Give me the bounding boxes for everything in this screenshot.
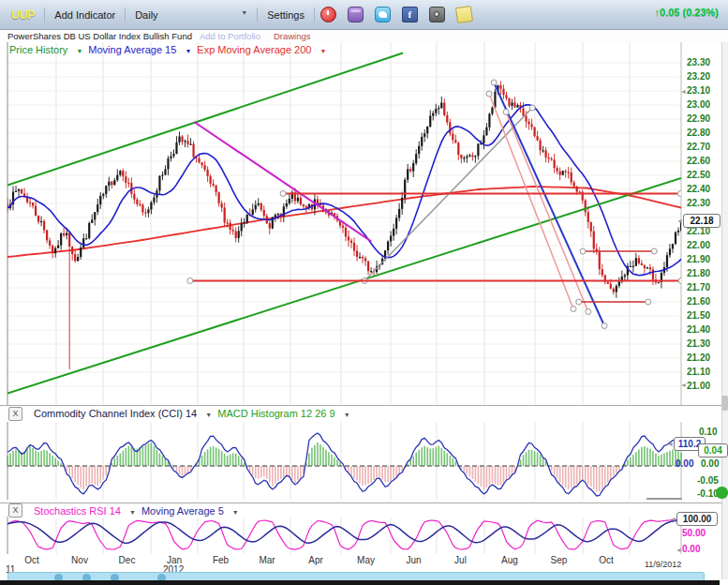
price-tick-label: 21.40 (687, 324, 724, 336)
price-tick-label: 22.30 (687, 198, 724, 209)
magenta-downtrend-line[interactable] (194, 122, 371, 242)
month-label: Feb (205, 555, 237, 565)
alarm-clock-icon[interactable] (320, 7, 336, 22)
price-tick-label: 21.80 (687, 268, 724, 279)
month-label: Oct (16, 555, 48, 565)
drawing-endpoint-handle[interactable] (576, 299, 582, 305)
chevron-down-icon: ▼ (232, 509, 239, 516)
chevron-down-icon: ▼ (76, 48, 82, 54)
symbol-info-bar: PowerShares DB US Dollar Index Bullish F… (0, 30, 728, 42)
chevron-down-icon: ▼ (129, 509, 136, 516)
price-tick-label: 21.90 (687, 254, 724, 265)
cci-tick-label: 0.00 (676, 458, 698, 470)
top-toolbar: UUP Add Indicator Daily ▼ Settings f ↑0.… (0, 0, 728, 30)
month-label: Oct (590, 555, 622, 565)
price-tick-label: 21.10 (687, 367, 724, 378)
price-history-dropdown[interactable]: Price History ▼ (9, 44, 82, 55)
price-tick-label: 21.20 (687, 352, 724, 364)
twitter-icon[interactable] (375, 7, 391, 22)
macd-current-badge (716, 487, 728, 499)
drawing-endpoint-handle[interactable] (571, 307, 576, 312)
coins-icon[interactable] (348, 7, 364, 22)
price-tick-label: 23.30 (687, 57, 724, 68)
channel-lower-line[interactable] (7, 178, 681, 394)
chevron-down-icon: ▼ (241, 9, 247, 21)
drawing-endpoint-handle[interactable] (646, 299, 651, 305)
close-panel-button[interactable]: X (8, 407, 22, 421)
charting-app-window: UUP Add Indicator Daily ▼ Settings f ↑0.… (0, 0, 728, 585)
cci-dropdown[interactable]: Commodity Channel Index (CCI) 14 ▼ (34, 408, 212, 419)
price-tick-label: 22.90 (687, 113, 724, 125)
drawing-endpoint-handle[interactable] (280, 191, 286, 197)
price-tick-label: 22.70 (687, 142, 724, 153)
last-date-label: 11/9/2012 (645, 560, 681, 569)
chevron-down-icon: ▼ (205, 412, 212, 418)
notes-icon[interactable] (455, 6, 473, 23)
month-label: Mar (251, 555, 283, 565)
macd-dropdown[interactable]: MACD Histogram 12 26 9 ▼ (217, 408, 349, 419)
price-chart-legend: Price History ▼ Moving Average 15 ▼ Exp … (9, 44, 326, 55)
price-tick-label: 22.40 (687, 184, 724, 195)
month-label: Jul (445, 555, 477, 565)
drawing-endpoint-handle[interactable] (503, 110, 509, 115)
drawings-link[interactable]: Drawings (260, 31, 311, 41)
price-tick-label: 21.60 (687, 296, 724, 308)
camera-icon[interactable] (429, 7, 445, 22)
last-price-badge: 22.18 (683, 214, 721, 228)
chevron-down-icon: ▼ (320, 48, 327, 54)
facebook-icon[interactable]: f (402, 7, 418, 22)
month-label: Nov (64, 555, 96, 565)
cci-line (7, 433, 681, 496)
add-indicator-button[interactable]: Add Indicator (45, 9, 125, 21)
drawing-endpoint-handle[interactable] (651, 248, 657, 254)
price-tick-label: 22.50 (687, 170, 724, 181)
symbol-ticker[interactable]: UUP (0, 8, 44, 22)
axis-pointer-icon: ◄ (680, 382, 687, 388)
stoch-rsi-line (7, 519, 681, 550)
axis-pointer-icon: ◄ (667, 441, 674, 447)
drawing-endpoint-handle[interactable] (602, 323, 607, 329)
stoch-value-badge: 100.00 (676, 512, 718, 526)
price-tick-label: 23.00 (687, 99, 724, 111)
drawing-endpoint-handle[interactable] (491, 80, 497, 85)
moving-average-dropdown[interactable]: Moving Average 15 ▼ (88, 44, 191, 55)
interval-dropdown[interactable]: Daily ▼ (126, 9, 257, 21)
month-label: Dec (111, 555, 143, 565)
axis-pointer-icon: ◄ (680, 88, 687, 95)
price-tick-label: 21.50 (687, 310, 724, 322)
close-panel-button[interactable]: X (8, 503, 22, 518)
month-label: Jun (398, 555, 430, 565)
drawing-endpoint-handle[interactable] (529, 105, 535, 111)
ma5-dropdown[interactable]: Moving Average 5 ▼ (141, 505, 239, 517)
drawing-endpoint-handle[interactable] (678, 278, 684, 284)
price-tick-label: 22.00 (687, 240, 724, 251)
vertical-scrollbar[interactable] (721, 42, 728, 579)
drawing-endpoint-handle[interactable] (677, 191, 683, 197)
price-tick-label: 21.70 (687, 282, 724, 293)
price-tick-label: 22.60 (687, 156, 724, 167)
exp-moving-average-dropdown[interactable]: Exp Moving Average 200 ▼ (197, 44, 326, 55)
month-label: Apr (300, 555, 332, 565)
drawing-endpoint-handle[interactable] (586, 309, 591, 315)
drawing-endpoint-handle[interactable] (580, 248, 586, 254)
price-chart (0, 42, 728, 405)
vertical-scrollbar-thumb[interactable] (721, 396, 728, 411)
add-to-portfolio-link[interactable]: Add to Portfolio (192, 31, 260, 41)
axis-pointer-icon: ◄ (676, 547, 682, 553)
price-tick-label: 23.10 (687, 85, 724, 97)
drawing-endpoint-handle[interactable] (486, 91, 492, 97)
fund-name-label: PowerShares DB US Dollar Index Bullish F… (0, 31, 192, 41)
stochastics-header: X Stochastics RSI 14 ▼ Moving Average 5 … (7, 503, 681, 518)
drawing-endpoint-handle[interactable] (187, 278, 193, 284)
bottom-bar (0, 580, 720, 585)
stoch-tick-label: 0.00 (682, 544, 720, 555)
settings-button[interactable]: Settings (258, 9, 314, 21)
stoch-rsi-dropdown[interactable]: Stochastics RSI 14 ▼ (34, 505, 136, 517)
stoch-tick-label: 50.00 (682, 528, 720, 539)
interval-value: Daily (135, 9, 157, 21)
month-label: Sep (543, 555, 575, 565)
macd-value-badge: 0.04 (698, 443, 728, 458)
panel-resize-handle[interactable] (646, 498, 682, 500)
axis-pointer-icon: ◄ (676, 218, 683, 224)
chevron-down-icon: ▼ (185, 48, 191, 54)
